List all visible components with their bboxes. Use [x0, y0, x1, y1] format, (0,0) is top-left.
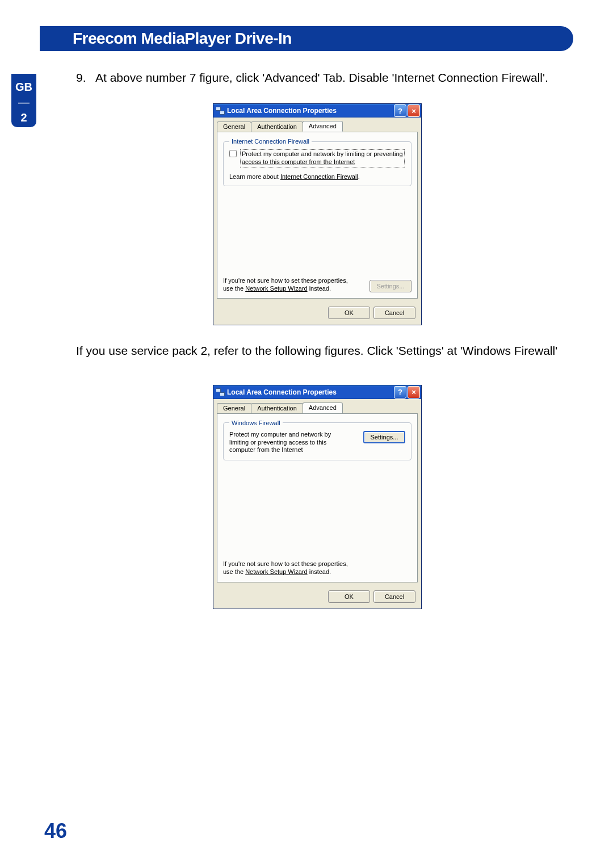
titlebar: Local Area Connection Properties ? × [213, 385, 421, 399]
tab-advanced[interactable]: Advanced [303, 121, 343, 132]
wf-legend: Windows Firewall [229, 420, 283, 426]
tab-authentication[interactable]: Authentication [251, 121, 303, 132]
icf-label-l1: Protect my computer and network by limit… [242, 150, 403, 157]
titlebar: Local Area Connection Properties ? × [213, 104, 421, 118]
wizard-note-row: If you're not sure how to set these prop… [223, 560, 412, 576]
side-divider: — [11, 95, 36, 110]
wizard-note: If you're not sure how to set these prop… [223, 277, 354, 293]
icf-learn-link[interactable]: Internet Connection Firewall [280, 173, 358, 180]
wizard-note-p2: instead. [308, 568, 331, 575]
network-icon [216, 388, 225, 396]
step-number: 9. [76, 69, 95, 86]
window-title: Local Area Connection Properties [227, 107, 393, 115]
side-chapter: 2 [20, 111, 27, 124]
wizard-link[interactable]: Network Setup Wizard [245, 285, 307, 292]
tab-strip: General Authentication Advanced [213, 399, 421, 413]
sp2-text: If you use service pack 2, refer to the … [76, 342, 559, 359]
settings-button[interactable]: Settings... [370, 280, 412, 292]
tab-authentication[interactable]: Authentication [251, 403, 303, 414]
side-lang: GB [15, 81, 32, 93]
wizard-link[interactable]: Network Setup Wizard [245, 568, 307, 575]
page-number: 46 [44, 819, 67, 843]
dialog-wf: Local Area Connection Properties ? × Gen… [213, 385, 422, 609]
dialog-buttons: OK Cancel [213, 302, 421, 325]
icf-learn-prefix: Learn more about [229, 173, 280, 180]
tab-general[interactable]: General [217, 121, 251, 132]
tab-strip: General Authentication Advanced [213, 118, 421, 132]
icf-legend: Internet Connection Firewall [229, 138, 312, 145]
icf-checkbox[interactable] [229, 150, 237, 157]
icf-learn-suffix: . [358, 173, 360, 180]
cancel-button[interactable]: Cancel [373, 307, 415, 319]
close-button[interactable]: × [408, 386, 420, 399]
cancel-button[interactable]: Cancel [373, 590, 415, 603]
wf-group: Windows Firewall Protect my computer and… [223, 420, 412, 460]
header-band: Freecom MediaPlayer Drive-In [40, 26, 573, 51]
step-9: 9. At above number 7 figure, click 'Adva… [76, 69, 559, 86]
tab-body: Windows Firewall Protect my computer and… [217, 413, 418, 582]
wizard-note-p2: instead. [308, 285, 331, 292]
help-button[interactable]: ? [394, 386, 406, 399]
wizard-note: If you're not sure how to set these prop… [223, 560, 354, 576]
help-button[interactable]: ? [394, 104, 406, 117]
dialog-icf: Local Area Connection Properties ? × Gen… [213, 103, 422, 325]
close-button[interactable]: × [408, 104, 420, 117]
icf-checkbox-label[interactable]: Protect my computer and network by limit… [240, 149, 405, 167]
network-icon [216, 107, 225, 115]
window-title: Local Area Connection Properties [227, 388, 393, 396]
page-title: Freecom MediaPlayer Drive-In [73, 30, 292, 48]
tab-general[interactable]: General [217, 403, 251, 414]
icf-learn: Learn more about Internet Connection Fir… [229, 173, 405, 180]
step-text: At above number 7 figure, click 'Advance… [95, 69, 559, 86]
side-chapter-tab: GB — 2 [11, 74, 36, 127]
dialog-buttons: OK Cancel [213, 586, 421, 609]
wf-text: Protect my computer and network by limit… [229, 431, 349, 454]
tab-advanced[interactable]: Advanced [303, 402, 343, 413]
ok-button[interactable]: OK [328, 307, 370, 319]
ok-button[interactable]: OK [328, 590, 370, 603]
wizard-note-row: If you're not sure how to set these prop… [223, 277, 412, 293]
content-area: 9. At above number 7 figure, click 'Adva… [76, 69, 559, 609]
icf-label-l2: access to this computer from the Interne… [242, 158, 355, 165]
icf-group: Internet Connection Firewall Protect my … [223, 138, 412, 186]
wf-settings-button[interactable]: Settings... [363, 431, 405, 443]
tab-body: Internet Connection Firewall Protect my … [217, 132, 418, 299]
